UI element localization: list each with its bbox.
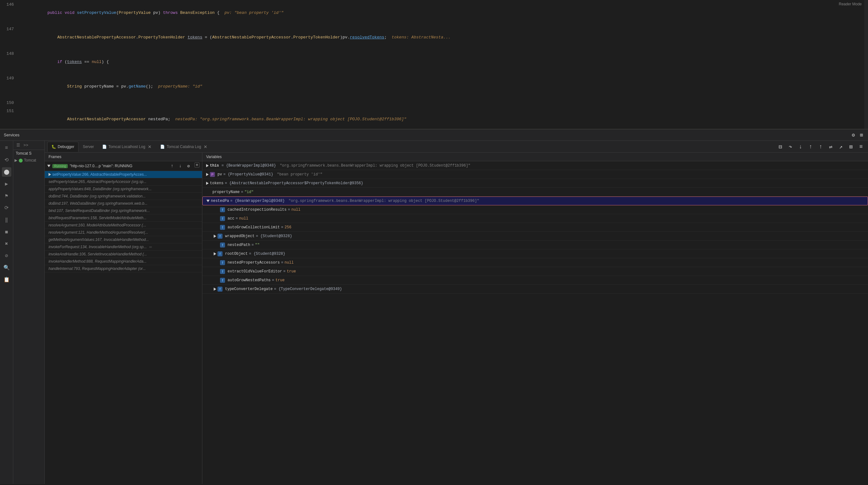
var-item-pv[interactable]: P pv = {PropertyValue@9341} "bean proper… (203, 170, 868, 179)
tree-more-icon[interactable]: >> (23, 142, 29, 148)
sidebar-icon-8[interactable]: ◼ (2, 227, 11, 236)
variables-panel: Variables this = {BeanWrapperImpl@9348} … (203, 153, 868, 484)
frame-item-4[interactable]: bind:107, ServletRequestDataBinder (org.… (45, 207, 202, 215)
converter-expand[interactable] (214, 288, 216, 291)
step-over-btn[interactable]: ↷ (786, 142, 795, 151)
tomcat-localhost-close[interactable]: ✕ (147, 144, 152, 149)
sidebar-icon-2[interactable]: ⟲ (2, 155, 11, 165)
frames-title: Frames (49, 155, 61, 159)
sidebar-icon-7[interactable]: ‖ (2, 215, 11, 225)
nestedpath-name: nestedPath (227, 243, 250, 247)
sidebar-icon-5[interactable]: ⚑ (2, 191, 11, 201)
autogrow-type-badge: f (220, 225, 225, 230)
evaluate-btn[interactable]: ⇌ (827, 142, 835, 151)
var-child-converter[interactable]: f typeConverterDelegate = {TypeConverter… (203, 285, 868, 293)
frame-item-12[interactable]: handleInternal:793, RequestMappingHandle… (45, 265, 202, 272)
link-icon[interactable]: ∞ (149, 245, 152, 249)
frame-item-6[interactable]: resolveArgument:160, ModelAttributeMetho… (45, 222, 202, 229)
services-header: Services ⚙ ⊞ (0, 129, 868, 141)
sidebar-icon-4[interactable]: ▶ (2, 179, 11, 189)
root-name: rootObject (225, 252, 248, 256)
line-num-150: 150 (0, 99, 19, 107)
frame-item-selected[interactable]: setPropertyValue:266, AbstractNestablePr… (45, 171, 202, 178)
var-item-nestedpa[interactable]: nestedPa = {BeanWrapperImpl@9348} "org.s… (203, 196, 868, 205)
root-eq: = {Student@9328} (249, 252, 285, 256)
this-expand[interactable] (206, 164, 209, 167)
debugger-tab-label: Debugger (58, 144, 74, 149)
editor-scrollbar[interactable] (864, 0, 868, 129)
var-child-cached[interactable]: f cachedIntrospectionResults = null (203, 205, 868, 214)
settings-icon[interactable]: ⚙ (851, 131, 856, 139)
nestedpa-expand[interactable] (207, 200, 210, 202)
expand-icon[interactable]: ⊞ (859, 131, 864, 139)
sidebar-icon-1[interactable]: ≡ (2, 143, 11, 153)
frame-item-10[interactable]: invokeAndHandle:106, ServletInvocableHan… (45, 251, 202, 258)
var-item-this[interactable]: this = {BeanWrapperImpl@9348} "org.sprin… (203, 161, 868, 170)
thread-row: Running "http-nio-127.0....p "main": RUN… (45, 161, 202, 171)
frame-item-1[interactable]: applyPropertyValues:848, DataBinder (org… (45, 186, 202, 193)
tomcat-localhost-icon: 📄 (102, 144, 106, 149)
frame-item-5[interactable]: bindRequestParameters:158, ServletModelA… (45, 215, 202, 222)
propertyname-eq: = (241, 190, 243, 194)
tabs-bar: 🐛 Debugger Server 📄 Tomcat Localhost Log… (45, 141, 868, 153)
settings-btn[interactable]: ≡ (857, 142, 866, 151)
var-child-acc[interactable]: f acc = null (203, 214, 868, 223)
var-child-wrapped[interactable]: f wrappedObject = {Student@9328} (203, 232, 868, 240)
code-line-147: 147 AbstractNestablePropertyAccessor.Pro… (0, 25, 868, 50)
sidebar-icon-11[interactable]: 🔍 (2, 263, 11, 272)
thread-expand[interactable] (47, 165, 51, 167)
run-to-cursor-btn[interactable]: ↑ (816, 142, 825, 151)
step-up-btn[interactable]: ↑ (168, 162, 176, 169)
wrapped-expand[interactable] (214, 235, 216, 238)
var-item-tokens[interactable]: tokens = {AbstractNestablePropertyAccess… (203, 179, 868, 188)
add-frame-btn[interactable]: + (194, 162, 199, 167)
sidebar-icon-debug[interactable]: ⬤ (2, 167, 11, 177)
filter-btn[interactable]: ⊘ (185, 162, 192, 169)
tree-menu-icon[interactable]: ☰ (15, 142, 22, 148)
sidebar-icon-10[interactable]: ⊘ (2, 251, 11, 260)
var-child-autogrow[interactable]: f autoGrowCollectionLimit = 256 (203, 223, 868, 232)
step-down-btn[interactable]: ↓ (177, 162, 184, 169)
restore-layout-btn[interactable]: ⊟ (776, 142, 785, 151)
code-line-150: 150 (0, 99, 868, 107)
var-child-nestedpath[interactable]: f nestedPath = "" (203, 240, 868, 250)
var-child-autogrown[interactable]: f autoGrowNestedPaths = true (203, 276, 868, 285)
frame-item-0[interactable]: setPropertyValue:265, AbstractPropertyAc… (45, 178, 202, 186)
frame-item-2[interactable]: doBind:744, DataBinder (org.springframew… (45, 193, 202, 200)
code-editor: Reader Mode 146 public void setPropertyV… (0, 0, 868, 129)
tab-server[interactable]: Server (79, 142, 98, 152)
tokens-expand[interactable] (206, 182, 209, 185)
pv-expand[interactable] (206, 173, 209, 176)
reader-mode-label[interactable]: Reader Mode (839, 2, 862, 6)
var-child-root[interactable]: f rootObject = {Student@9328} (203, 250, 868, 258)
var-item-propertyname[interactable]: propertyName = "id" (203, 188, 868, 196)
root-expand[interactable] (214, 252, 216, 255)
var-child-extract[interactable]: f extractOldValueForEditor = true (203, 267, 868, 276)
smart-step-btn[interactable]: ↗ (836, 142, 845, 151)
frame-item-7[interactable]: resolveArgument:121, HandlerMethodArgume… (45, 229, 202, 236)
frame-item-11[interactable]: invokeHandlerMethod:888, RequestMappingH… (45, 258, 202, 265)
wrapped-eq: = {Student@9328} (256, 234, 292, 238)
tab-debugger[interactable]: 🐛 Debugger (47, 142, 79, 152)
sidebar-icon-9[interactable]: ✖ (2, 239, 11, 249)
step-into-btn[interactable]: ↓ (796, 142, 805, 151)
main-panels: ≡ ⟲ ⬤ ▶ ⚑ ⟳ ‖ ◼ ✖ ⊘ 🔍 📋 ☰ >> Tomcat S ▶ … (0, 141, 868, 484)
step-out-btn[interactable]: ↑ (806, 142, 815, 151)
nestedacc-eq: = (281, 260, 283, 265)
this-eq: = {BeanWrapperImpl@9348} (222, 163, 276, 168)
sidebar-icon-6[interactable]: ⟳ (2, 203, 11, 213)
table-view-btn[interactable]: ⊞ (846, 142, 856, 151)
frame-item-8[interactable]: getMethodArgumentValues:167, InvocableHa… (45, 236, 202, 244)
frame-item-3[interactable]: doBind:197, WebDataBinder (org.springfra… (45, 200, 202, 207)
tomcat-catalina-close[interactable]: ✕ (203, 144, 208, 149)
tab-tomcat-catalina[interactable]: 📄 Tomcat Catalina Log ✕ (157, 142, 212, 152)
var-child-nestedacc[interactable]: f nestedPropertyAccessors = null (203, 258, 868, 267)
sidebar-icons: ≡ ⟲ ⬤ ▶ ⚑ ⟳ ‖ ◼ ✖ ⊘ 🔍 📋 (0, 141, 13, 484)
line-num-148: 148 (0, 50, 19, 74)
tomcat-label: Tomcat (24, 158, 36, 162)
tab-tomcat-localhost[interactable]: 📄 Tomcat Localhost Log ✕ (98, 142, 156, 152)
frame-item-9[interactable]: invokeForRequest:134, InvocableHandlerMe… (45, 244, 202, 251)
sidebar-icon-12[interactable]: 📋 (2, 275, 11, 284)
server-tab-label: Server (83, 144, 94, 149)
line-content-148: if (tokens == null) { (25, 50, 868, 74)
